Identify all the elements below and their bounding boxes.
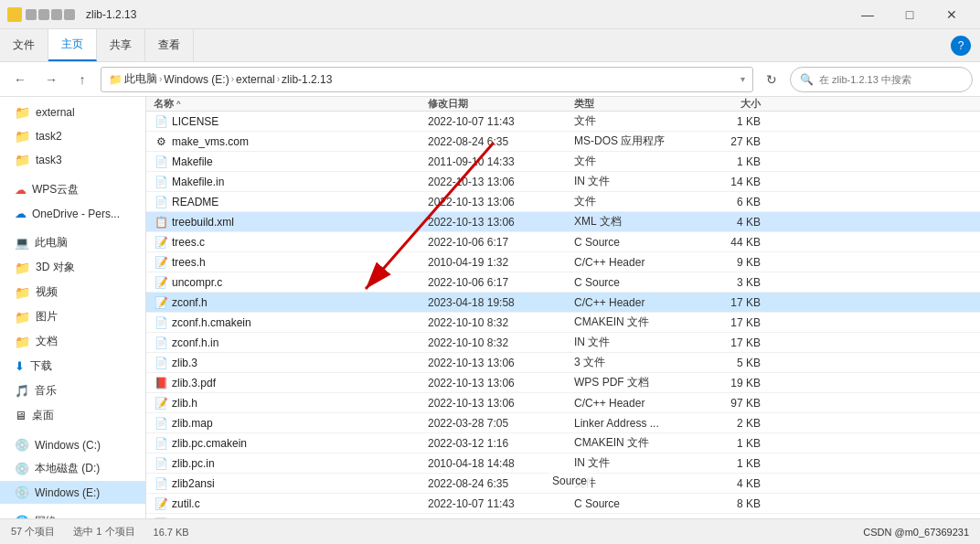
status-bar: 57 个项目 选中 1 个项目 16.7 KB CSDN @m0_6736923…	[0, 518, 980, 544]
table-row[interactable]: 📝 zlib.h 2022-10-13 13:06 C/C++ Header 9…	[146, 393, 980, 413]
tab-share[interactable]: 共享	[97, 29, 145, 61]
file-size: 2 KB	[695, 417, 768, 430]
sidebar-item-cdrive[interactable]: 💿 Windows (C:)	[0, 433, 145, 456]
table-row[interactable]: 📝 uncompr.c 2022-10-06 6:17 C Source 3 K…	[146, 272, 980, 293]
tab-home[interactable]: 主页	[48, 29, 97, 61]
table-row[interactable]: 📋 treebuild.xml 2022-10-13 13:06 XML 文档 …	[146, 212, 980, 232]
folder-icon: 📁	[15, 285, 30, 300]
table-row[interactable]: 📄 zlib.map 2022-03-28 7:05 Linker Addres…	[146, 413, 980, 433]
title-bar-buttons-area	[26, 9, 75, 20]
file-size: 17 KB	[695, 316, 768, 329]
file-size: 1 KB	[695, 115, 768, 128]
table-row[interactable]: 📄 LICENSE 2022-10-07 11:43 文件 1 KB	[146, 112, 980, 132]
header-type[interactable]: 类型	[567, 97, 695, 111]
sidebar-item-onedrive[interactable]: ☁ OneDrive - Pers...	[0, 202, 145, 225]
close-button[interactable]: ✕	[931, 0, 973, 29]
table-row[interactable]: 📄 Makefile 2011-09-10 14:33 文件 1 KB	[146, 152, 980, 172]
title-bar-icon	[7, 7, 22, 22]
search-input[interactable]	[819, 74, 963, 85]
file-size: 97 KB	[695, 397, 768, 410]
file-date: 2022-10-13 13:06	[421, 176, 567, 188]
file-date: 2022-08-24 6:35	[421, 135, 567, 148]
file-type: CMAKEIN 文件	[567, 435, 695, 451]
maximize-button[interactable]: □	[889, 0, 931, 29]
tab-view[interactable]: 查看	[145, 29, 194, 61]
breadcrumb: 📁 此电脑 › Windows (E:) › external › zlib-1…	[109, 71, 332, 87]
address-dropdown[interactable]: ▾	[740, 74, 745, 84]
file-icon: 📄	[154, 336, 168, 350]
title-bar: zlib-1.2.13 — □ ✕	[0, 0, 980, 29]
file-date: 2022-10-07 11:43	[421, 517, 567, 519]
folder-icon: 📁	[15, 129, 30, 144]
table-row[interactable]: 📄 Makefile.in 2022-10-13 13:06 IN 文件 14 …	[146, 172, 980, 192]
sidebar-item-documents[interactable]: 📁 文档	[0, 329, 145, 354]
search-box[interactable]: 🔍	[790, 67, 973, 92]
file-size: 19 KB	[695, 377, 768, 389]
sidebar-item-3dobjects[interactable]: 📁 3D 对象	[0, 255, 145, 280]
sidebar-item-network[interactable]: 🌐 网络	[0, 509, 145, 518]
header-size[interactable]: 大小	[695, 97, 768, 111]
sidebar-item-external[interactable]: 📁 external	[0, 101, 145, 124]
file-icon: 📄	[154, 195, 168, 209]
table-row[interactable]: ⚙ make_vms.com 2022-08-24 6:35 MS-DOS 应用…	[146, 132, 980, 152]
file-size: 1 KB	[695, 457, 768, 470]
sidebar-item-downloads[interactable]: ⬇ 下载	[0, 354, 145, 379]
music-icon: 🎵	[15, 384, 29, 398]
file-icon: 📄	[154, 416, 168, 431]
file-size: 8 KB	[695, 497, 768, 510]
file-date: 2022-03-12 1:16	[421, 437, 567, 450]
table-row[interactable]: 📝 trees.h 2010-04-19 1:32 C/C++ Header 9…	[146, 252, 980, 272]
file-icon: 📝	[154, 275, 168, 290]
file-size: 17 KB	[695, 336, 768, 349]
file-type: C Source	[567, 236, 695, 249]
sidebar-item-edrive[interactable]: 💿 Windows (E:)	[0, 481, 145, 504]
sidebar-item-music[interactable]: 🎵 音乐	[0, 379, 145, 403]
refresh-button[interactable]: ↻	[759, 67, 784, 92]
sidebar-item-thispc[interactable]: 💻 此电脑	[0, 230, 145, 255]
address-bar[interactable]: 📁 此电脑 › Windows (E:) › external › zlib-1…	[101, 67, 753, 92]
back-button[interactable]: ←	[7, 67, 33, 92]
sidebar-item-pictures[interactable]: 📁 图片	[0, 304, 145, 329]
sidebar-item-ddrive[interactable]: 💿 本地磁盘 (D:)	[0, 456, 145, 481]
forward-button[interactable]: →	[38, 67, 64, 92]
table-row[interactable]: 📄 README 2022-10-13 13:06 文件 6 KB	[146, 192, 980, 212]
table-row[interactable]: 📄 zlib.pc.cmakein 2022-03-12 1:16 CMAKEI…	[146, 433, 980, 453]
sidebar-item-wps[interactable]: ☁ WPS云盘	[0, 177, 145, 202]
table-row[interactable]: 📄 zlib.3 2022-10-13 13:06 3 文件 5 KB	[146, 353, 980, 373]
help-button[interactable]: ?	[951, 36, 971, 56]
sidebar-item-video[interactable]: 📁 视频	[0, 280, 145, 304]
table-row[interactable]: 📝 zutil.c 2022-10-07 11:43 C Source 8 KB	[146, 494, 980, 514]
file-date: 2022-10-13 13:06	[421, 397, 567, 410]
file-icon: 📄	[154, 436, 168, 451]
table-row[interactable]: 📝 trees.c 2022-10-06 6:17 C Source 44 KB	[146, 232, 980, 252]
status-size: 16.7 KB	[154, 527, 189, 538]
watermark: CSDN @m0_67369231	[863, 527, 969, 538]
minimize-button[interactable]: —	[847, 0, 889, 29]
header-name[interactable]: 名称 ^	[146, 97, 421, 111]
header-date[interactable]: 修改日期	[421, 97, 567, 111]
table-row[interactable]: 📄 zlib.pc.in 2010-04-18 14:48 IN 文件 1 KB	[146, 453, 980, 474]
up-button[interactable]: ↑	[69, 67, 95, 92]
cloud-icon: ☁	[15, 207, 27, 220]
table-row[interactable]: 📄 zconf.h.in 2022-10-10 8:32 IN 文件 17 KB	[146, 333, 980, 353]
table-row[interactable]: 📝 zutil.h 2022-10-07 11:43 C/C++ Header …	[146, 514, 980, 518]
file-type: Linker Address ...	[567, 417, 695, 430]
file-date: 2022-10-10 8:32	[421, 336, 567, 349]
table-row[interactable]: 📕 zlib.3.pdf 2022-10-13 13:06 WPS PDF 文档…	[146, 373, 980, 393]
file-type: IN 文件	[567, 455, 695, 471]
sidebar-item-desktop[interactable]: 🖥 桌面	[0, 403, 145, 428]
table-row[interactable]: 📝 zconf.h 2023-04-18 19:58 C/C++ Header …	[146, 293, 980, 313]
sidebar-item-task3[interactable]: 📁 task3	[0, 148, 145, 172]
sidebar-item-task2[interactable]: 📁 task2	[0, 124, 145, 148]
folder-icon: 📁	[15, 335, 30, 349]
file-icon: 📝	[154, 517, 168, 519]
desktop-icon: 🖥	[15, 409, 27, 422]
address-row: ← → ↑ 📁 此电脑 › Windows (E:) › external › …	[0, 62, 980, 97]
file-icon: 📋	[154, 215, 168, 229]
file-type: C/C++ Header	[567, 517, 695, 519]
file-name: zconf.h.cmakein	[172, 316, 251, 329]
table-row[interactable]: 📄 zconf.h.cmakein 2022-10-10 8:32 CMAKEI…	[146, 313, 980, 333]
tab-file[interactable]: 文件	[0, 29, 48, 61]
source-label: Source	[549, 473, 591, 489]
file-type: IN 文件	[567, 174, 695, 189]
